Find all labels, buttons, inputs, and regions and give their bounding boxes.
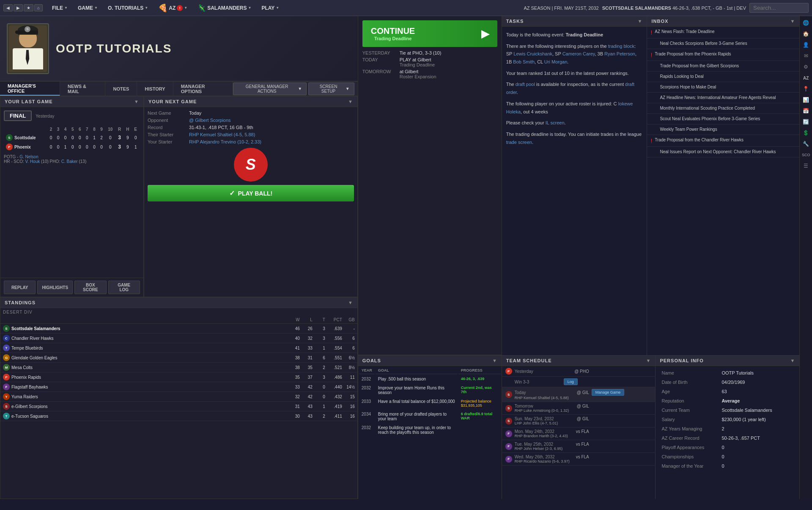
menu-salamanders[interactable]: 🦎 SALAMANDERS ▼ xyxy=(193,2,255,14)
list-item[interactable]: P Yesterday @ PHO xyxy=(502,366,656,377)
search-input[interactable] xyxy=(749,3,809,13)
list-icon[interactable]: ☰ xyxy=(801,161,811,171)
screen-setup-button[interactable]: SCREEN SETUP ▼ xyxy=(308,83,354,95)
tab-notes[interactable]: NOTES xyxy=(105,82,137,96)
list-item[interactable]: Win 3-3 Log xyxy=(502,377,656,387)
highlights-button[interactable]: HIGHLIGHTS xyxy=(37,281,73,294)
list-item[interactable]: Scorpions Hope to Make Deal xyxy=(647,82,799,93)
list-item[interactable]: M Mesa Colts 38 35 2 .521 8½ xyxy=(0,363,357,372)
continue-button[interactable]: CONTINUE Trading Deadline ▶ xyxy=(362,20,497,47)
menu-tutorials[interactable]: O. TUTORIALS ▼ xyxy=(104,3,152,13)
az-side-icon[interactable]: AZ xyxy=(801,73,811,83)
trading-block-link[interactable]: trading block xyxy=(608,44,634,49)
gm-actions-button[interactable]: GENERAL MANAGER ACTIONS ▼ xyxy=(233,83,307,95)
home-nav-button[interactable]: ⌂ xyxy=(34,4,43,11)
list-item[interactable]: S Scottsdale Salamanders 46 26 3 .639 - xyxy=(0,324,357,334)
menu-az[interactable]: 🍕 AZ ! ▼ xyxy=(154,2,192,14)
table-row[interactable]: 2032 Keep building your team up, in orde… xyxy=(359,424,501,436)
next-game-collapse[interactable]: ▼ xyxy=(348,99,353,104)
peterson-link[interactable]: Ryan Peterson xyxy=(604,51,635,56)
holeka-link[interactable]: Iokewe Holeka xyxy=(506,101,633,114)
list-item[interactable]: F Flagstaff Bayhawks 33 42 0 .440 14½ xyxy=(0,382,357,392)
list-item[interactable]: S Tomorrow @ GIL RHP Luke Armstrong (0-0… xyxy=(502,402,656,415)
tab-manager-options[interactable]: MANAGER OPTIONS xyxy=(173,82,233,96)
list-item[interactable]: Monthly International Scouting Practice … xyxy=(647,103,799,114)
table-row[interactable]: 2032 Improve your team Home Runs this se… xyxy=(359,384,501,397)
globe-icon[interactable]: 🌐 xyxy=(801,18,811,28)
dollar-icon[interactable]: 💲 xyxy=(801,128,811,138)
list-item[interactable]: T Tempe Bluebirds 41 33 1 .554 6 xyxy=(0,343,357,353)
list-item[interactable]: S Today @ GIL Manage Game RHP Kemuel Sha… xyxy=(502,387,656,402)
list-item[interactable]: P Phoenix Rapids 35 37 3 .486 11 xyxy=(0,372,357,382)
list-item[interactable]: Trade Proposal from the Gilbert Scorpion… xyxy=(647,61,799,72)
list-item[interactable]: ! AZ News Flash: Trade Deadline xyxy=(647,27,799,39)
menu-play[interactable]: PLAY ▼ xyxy=(257,3,283,13)
menu-game[interactable]: GAME ▼ xyxy=(74,3,102,13)
trade-screen-link[interactable]: trade screen xyxy=(506,140,532,145)
table-row[interactable]: 2034 Bring more of your drafted players … xyxy=(359,410,501,423)
list-item[interactable]: Neal Checks Scorpions Before 3-Game Seri… xyxy=(647,39,799,49)
morgan-link[interactable]: Uri Morgan xyxy=(544,59,567,64)
hr-pho-link[interactable]: C. Baker xyxy=(61,159,78,164)
menu-file[interactable]: FILE ▼ xyxy=(48,3,72,13)
list-item[interactable]: Neal Issues Report on Next Opponent: Cha… xyxy=(647,147,799,157)
goals-collapse[interactable]: ▼ xyxy=(492,358,497,363)
tab-history[interactable]: HISTORY xyxy=(137,82,173,96)
list-item[interactable]: F Tue. May 25th, 2032 vs FLA RHP John He… xyxy=(502,440,656,453)
list-item[interactable]: Y Yuma Raiders 32 42 0 .432 15 xyxy=(0,392,357,402)
gear-icon[interactable]: ⚙ xyxy=(801,62,811,72)
potg-link[interactable]: G. Nelson xyxy=(19,154,38,159)
bookmark-button[interactable]: ★ xyxy=(24,4,33,11)
tab-managers-office[interactable]: MANAGER'S OFFICE xyxy=(0,82,60,96)
list-item[interactable]: S e-Gilbert Scorpions 31 43 1 .419 16 xyxy=(0,402,357,411)
cruickshank-link[interactable]: Lewis Cruickshank xyxy=(513,51,552,56)
draft-pool-link[interactable]: draft pool xyxy=(516,82,535,87)
list-item[interactable]: C Chandler River Hawks 40 32 3 .556 6 xyxy=(0,334,357,343)
manage-game-button[interactable]: Manage Game xyxy=(592,389,625,396)
list-item[interactable]: AZ Headline News: International Amateur … xyxy=(647,93,799,103)
home-icon[interactable]: 🏠 xyxy=(801,29,811,39)
trade-icon[interactable]: 🔄 xyxy=(801,117,811,127)
list-item[interactable]: F Mon. May 24th, 2032 vs FLA RHP Brandon… xyxy=(502,427,656,440)
tab-news-mail[interactable]: NEWS & MAIL xyxy=(60,82,105,96)
standings-collapse[interactable]: ▼ xyxy=(348,300,353,305)
list-item[interactable]: S Sun. May 23rd, 2032 @ GIL LHP John Ell… xyxy=(502,415,656,427)
opponent-link[interactable]: @ Gilbert Scorpions xyxy=(189,118,231,123)
il-screen-link[interactable]: IL screen xyxy=(546,120,565,125)
person-icon[interactable]: 👤 xyxy=(801,40,811,50)
game-log-button[interactable]: GAME LOG xyxy=(108,281,140,294)
list-item[interactable]: G Glendale Golden Eagles 38 31 6 .551 6½ xyxy=(0,353,357,363)
today-event-link[interactable]: PLAY at Gilbert xyxy=(400,57,431,62)
tasks-collapse[interactable]: ▼ xyxy=(638,19,643,24)
schedule-collapse[interactable]: ▼ xyxy=(646,358,651,363)
play-ball-button[interactable]: ✓ PLAY BALL! xyxy=(148,185,354,201)
forward-button[interactable]: ▶ xyxy=(14,4,23,11)
personal-collapse[interactable]: ▼ xyxy=(790,358,796,363)
back-button[interactable]: ◀ xyxy=(3,4,13,11)
smith-link[interactable]: Bob Smith xyxy=(513,59,535,64)
log-button[interactable]: Log xyxy=(564,378,578,385)
list-item[interactable]: T e-Tucson Saguaros 30 43 2 .411 16 xyxy=(0,411,357,421)
wrench-icon[interactable]: 🔧 xyxy=(801,139,811,149)
list-item[interactable]: Scout Neal Evaluates Phoenix Before 3-Ga… xyxy=(647,114,799,124)
their-starter-link[interactable]: RHP Kemuel Shaltiel (4-5, 5.88) xyxy=(189,132,255,137)
hr-sco-link[interactable]: V. Houk xyxy=(25,159,40,164)
box-score-button[interactable]: BOX SCORE xyxy=(74,281,106,294)
your-starter-link[interactable]: RHP Alejandro Trevino (10-2, 2.33) xyxy=(189,139,261,144)
last-game-collapse[interactable]: ▼ xyxy=(134,99,139,104)
mail-side-icon[interactable]: ✉ xyxy=(801,51,811,61)
chart-icon[interactable]: 📊 xyxy=(801,95,811,105)
list-item[interactable]: ! Trade Proposal from the Chandler River… xyxy=(647,135,799,147)
table-row[interactable]: 2032 Play .500 ball this season 46-26, 3… xyxy=(359,375,501,383)
carey-link[interactable]: Cameron Carey xyxy=(562,51,595,56)
list-item[interactable]: Weekly Team Power Rankings xyxy=(647,124,799,135)
replay-button[interactable]: REPLAY xyxy=(4,281,36,294)
sco-side-icon[interactable]: SCO xyxy=(801,150,811,160)
calendar-side-icon[interactable]: 📅 xyxy=(801,106,811,116)
map-pin-icon[interactable]: 📍 xyxy=(801,84,811,94)
list-item[interactable]: Rapids Looking to Deal xyxy=(647,72,799,82)
list-item[interactable]: F Wed. May 26th, 2032 vs FLA RHP Ricardo… xyxy=(502,453,656,466)
list-item[interactable]: ! Trade Proposal from the Phoenix Rapids xyxy=(647,49,799,61)
inbox-collapse[interactable]: ▼ xyxy=(790,19,796,24)
table-row[interactable]: 2033 Have a final total balance of $12,0… xyxy=(359,397,501,409)
